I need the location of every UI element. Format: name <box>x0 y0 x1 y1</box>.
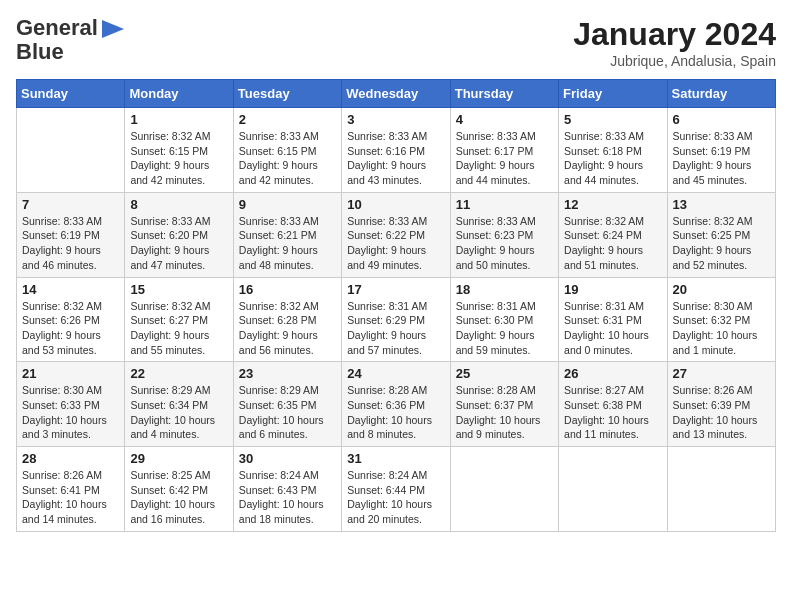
day-info: Sunrise: 8:26 AM Sunset: 6:39 PM Dayligh… <box>673 383 770 442</box>
calendar-cell: 3Sunrise: 8:33 AM Sunset: 6:16 PM Daylig… <box>342 108 450 193</box>
day-info: Sunrise: 8:28 AM Sunset: 6:37 PM Dayligh… <box>456 383 553 442</box>
day-info: Sunrise: 8:30 AM Sunset: 6:33 PM Dayligh… <box>22 383 119 442</box>
calendar-cell: 15Sunrise: 8:32 AM Sunset: 6:27 PM Dayli… <box>125 277 233 362</box>
calendar-cell: 31Sunrise: 8:24 AM Sunset: 6:44 PM Dayli… <box>342 447 450 532</box>
day-number: 13 <box>673 197 770 212</box>
day-info: Sunrise: 8:31 AM Sunset: 6:29 PM Dayligh… <box>347 299 444 358</box>
calendar-cell: 9Sunrise: 8:33 AM Sunset: 6:21 PM Daylig… <box>233 192 341 277</box>
calendar-cell: 11Sunrise: 8:33 AM Sunset: 6:23 PM Dayli… <box>450 192 558 277</box>
day-number: 14 <box>22 282 119 297</box>
calendar-header-friday: Friday <box>559 80 667 108</box>
day-info: Sunrise: 8:32 AM Sunset: 6:28 PM Dayligh… <box>239 299 336 358</box>
calendar-cell: 14Sunrise: 8:32 AM Sunset: 6:26 PM Dayli… <box>17 277 125 362</box>
calendar-header-sunday: Sunday <box>17 80 125 108</box>
calendar-cell: 10Sunrise: 8:33 AM Sunset: 6:22 PM Dayli… <box>342 192 450 277</box>
calendar-week-row: 7Sunrise: 8:33 AM Sunset: 6:19 PM Daylig… <box>17 192 776 277</box>
calendar-cell: 8Sunrise: 8:33 AM Sunset: 6:20 PM Daylig… <box>125 192 233 277</box>
day-info: Sunrise: 8:33 AM Sunset: 6:18 PM Dayligh… <box>564 129 661 188</box>
calendar-week-row: 21Sunrise: 8:30 AM Sunset: 6:33 PM Dayli… <box>17 362 776 447</box>
day-info: Sunrise: 8:33 AM Sunset: 6:19 PM Dayligh… <box>22 214 119 273</box>
day-number: 8 <box>130 197 227 212</box>
month-title: January 2024 <box>573 16 776 53</box>
day-info: Sunrise: 8:24 AM Sunset: 6:43 PM Dayligh… <box>239 468 336 527</box>
calendar-header-thursday: Thursday <box>450 80 558 108</box>
day-number: 26 <box>564 366 661 381</box>
day-info: Sunrise: 8:31 AM Sunset: 6:31 PM Dayligh… <box>564 299 661 358</box>
logo-general: General <box>16 16 98 40</box>
day-info: Sunrise: 8:27 AM Sunset: 6:38 PM Dayligh… <box>564 383 661 442</box>
day-number: 23 <box>239 366 336 381</box>
title-block: January 2024 Jubrique, Andalusia, Spain <box>573 16 776 69</box>
svg-marker-0 <box>102 20 124 38</box>
day-number: 7 <box>22 197 119 212</box>
calendar-cell: 19Sunrise: 8:31 AM Sunset: 6:31 PM Dayli… <box>559 277 667 362</box>
page-header: General Blue January 2024 Jubrique, Anda… <box>16 16 776 69</box>
day-info: Sunrise: 8:33 AM Sunset: 6:15 PM Dayligh… <box>239 129 336 188</box>
day-info: Sunrise: 8:32 AM Sunset: 6:26 PM Dayligh… <box>22 299 119 358</box>
day-number: 21 <box>22 366 119 381</box>
calendar-cell: 30Sunrise: 8:24 AM Sunset: 6:43 PM Dayli… <box>233 447 341 532</box>
day-number: 11 <box>456 197 553 212</box>
day-info: Sunrise: 8:29 AM Sunset: 6:34 PM Dayligh… <box>130 383 227 442</box>
calendar-cell: 18Sunrise: 8:31 AM Sunset: 6:30 PM Dayli… <box>450 277 558 362</box>
calendar-cell: 25Sunrise: 8:28 AM Sunset: 6:37 PM Dayli… <box>450 362 558 447</box>
logo-blue: Blue <box>16 40 64 64</box>
day-number: 29 <box>130 451 227 466</box>
day-info: Sunrise: 8:29 AM Sunset: 6:35 PM Dayligh… <box>239 383 336 442</box>
calendar-cell: 27Sunrise: 8:26 AM Sunset: 6:39 PM Dayli… <box>667 362 775 447</box>
calendar-header-wednesday: Wednesday <box>342 80 450 108</box>
day-number: 9 <box>239 197 336 212</box>
calendar-cell: 2Sunrise: 8:33 AM Sunset: 6:15 PM Daylig… <box>233 108 341 193</box>
day-info: Sunrise: 8:31 AM Sunset: 6:30 PM Dayligh… <box>456 299 553 358</box>
calendar-cell: 7Sunrise: 8:33 AM Sunset: 6:19 PM Daylig… <box>17 192 125 277</box>
logo-arrow-icon <box>102 20 124 38</box>
calendar-week-row: 1Sunrise: 8:32 AM Sunset: 6:15 PM Daylig… <box>17 108 776 193</box>
calendar-cell <box>559 447 667 532</box>
calendar-cell: 24Sunrise: 8:28 AM Sunset: 6:36 PM Dayli… <box>342 362 450 447</box>
calendar-table: SundayMondayTuesdayWednesdayThursdayFrid… <box>16 79 776 532</box>
day-info: Sunrise: 8:32 AM Sunset: 6:24 PM Dayligh… <box>564 214 661 273</box>
day-number: 4 <box>456 112 553 127</box>
calendar-header-row: SundayMondayTuesdayWednesdayThursdayFrid… <box>17 80 776 108</box>
day-number: 18 <box>456 282 553 297</box>
calendar-cell: 26Sunrise: 8:27 AM Sunset: 6:38 PM Dayli… <box>559 362 667 447</box>
day-number: 20 <box>673 282 770 297</box>
calendar-cell <box>17 108 125 193</box>
day-info: Sunrise: 8:33 AM Sunset: 6:17 PM Dayligh… <box>456 129 553 188</box>
calendar-cell: 4Sunrise: 8:33 AM Sunset: 6:17 PM Daylig… <box>450 108 558 193</box>
calendar-cell: 21Sunrise: 8:30 AM Sunset: 6:33 PM Dayli… <box>17 362 125 447</box>
day-number: 3 <box>347 112 444 127</box>
day-number: 25 <box>456 366 553 381</box>
day-number: 27 <box>673 366 770 381</box>
calendar-cell <box>667 447 775 532</box>
day-number: 16 <box>239 282 336 297</box>
calendar-week-row: 14Sunrise: 8:32 AM Sunset: 6:26 PM Dayli… <box>17 277 776 362</box>
day-info: Sunrise: 8:28 AM Sunset: 6:36 PM Dayligh… <box>347 383 444 442</box>
day-number: 28 <box>22 451 119 466</box>
calendar-week-row: 28Sunrise: 8:26 AM Sunset: 6:41 PM Dayli… <box>17 447 776 532</box>
logo: General Blue <box>16 16 124 64</box>
day-number: 22 <box>130 366 227 381</box>
day-number: 12 <box>564 197 661 212</box>
calendar-cell: 20Sunrise: 8:30 AM Sunset: 6:32 PM Dayli… <box>667 277 775 362</box>
day-info: Sunrise: 8:32 AM Sunset: 6:27 PM Dayligh… <box>130 299 227 358</box>
day-info: Sunrise: 8:25 AM Sunset: 6:42 PM Dayligh… <box>130 468 227 527</box>
calendar-header-saturday: Saturday <box>667 80 775 108</box>
calendar-cell: 6Sunrise: 8:33 AM Sunset: 6:19 PM Daylig… <box>667 108 775 193</box>
calendar-cell: 28Sunrise: 8:26 AM Sunset: 6:41 PM Dayli… <box>17 447 125 532</box>
day-info: Sunrise: 8:33 AM Sunset: 6:19 PM Dayligh… <box>673 129 770 188</box>
calendar-cell: 22Sunrise: 8:29 AM Sunset: 6:34 PM Dayli… <box>125 362 233 447</box>
calendar-header-tuesday: Tuesday <box>233 80 341 108</box>
day-number: 2 <box>239 112 336 127</box>
calendar-cell: 17Sunrise: 8:31 AM Sunset: 6:29 PM Dayli… <box>342 277 450 362</box>
day-number: 31 <box>347 451 444 466</box>
day-number: 15 <box>130 282 227 297</box>
location: Jubrique, Andalusia, Spain <box>573 53 776 69</box>
day-info: Sunrise: 8:33 AM Sunset: 6:16 PM Dayligh… <box>347 129 444 188</box>
calendar-cell <box>450 447 558 532</box>
day-info: Sunrise: 8:33 AM Sunset: 6:21 PM Dayligh… <box>239 214 336 273</box>
calendar-cell: 5Sunrise: 8:33 AM Sunset: 6:18 PM Daylig… <box>559 108 667 193</box>
day-info: Sunrise: 8:32 AM Sunset: 6:15 PM Dayligh… <box>130 129 227 188</box>
day-number: 6 <box>673 112 770 127</box>
day-info: Sunrise: 8:26 AM Sunset: 6:41 PM Dayligh… <box>22 468 119 527</box>
